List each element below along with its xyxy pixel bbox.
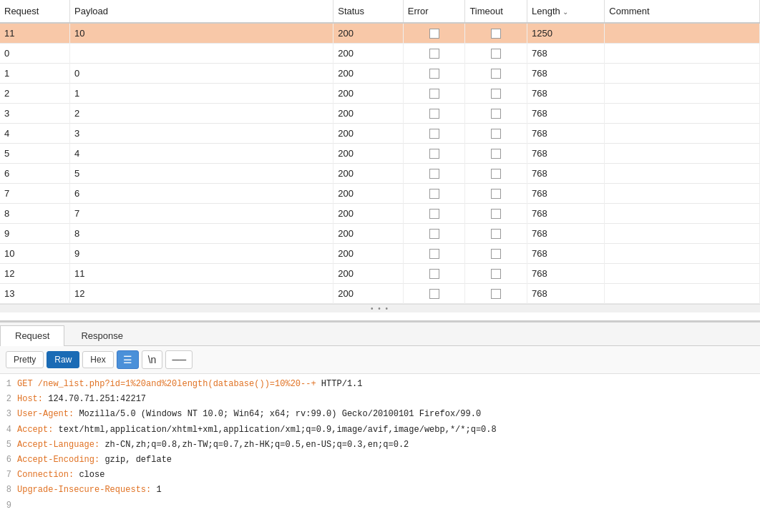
- cell-error: [403, 144, 465, 164]
- timeout-checkbox[interactable]: [491, 269, 501, 279]
- timeout-checkbox[interactable]: [491, 209, 501, 219]
- tab-request[interactable]: Request: [0, 325, 64, 346]
- cell-request: 12: [0, 264, 69, 284]
- timeout-checkbox[interactable]: [491, 189, 501, 199]
- error-checkbox[interactable]: [429, 189, 439, 199]
- cell-error: [403, 64, 465, 84]
- timeout-checkbox[interactable]: [491, 249, 501, 259]
- table-row[interactable]: 54200768: [0, 144, 760, 164]
- code-line: 2Host: 124.70.71.251:42217: [0, 392, 760, 407]
- error-checkbox[interactable]: [429, 89, 439, 99]
- timeout-checkbox[interactable]: [491, 229, 501, 239]
- cell-error: [403, 44, 465, 64]
- line-number: 9: [0, 499, 17, 513]
- timeout-checkbox[interactable]: [491, 69, 501, 79]
- lines-icon-button[interactable]: ☰: [117, 350, 139, 369]
- error-checkbox[interactable]: [429, 249, 439, 259]
- timeout-checkbox[interactable]: [491, 89, 501, 99]
- cell-error: [403, 284, 465, 304]
- horizontal-scrollbar[interactable]: • • •: [0, 304, 760, 312]
- pretty-button[interactable]: Pretty: [6, 351, 44, 368]
- col-header-status[interactable]: Status: [333, 0, 403, 23]
- cell-error: [403, 184, 465, 204]
- error-checkbox[interactable]: [429, 29, 439, 39]
- timeout-checkbox[interactable]: [491, 169, 501, 179]
- error-checkbox[interactable]: [429, 229, 439, 239]
- cell-comment: [605, 264, 760, 284]
- line-content: Accept-Language: zh-CN,zh;q=0.8,zh-TW;q=…: [17, 438, 414, 452]
- cell-length: 768: [527, 44, 605, 64]
- cell-error: [403, 244, 465, 264]
- col-header-error[interactable]: Error: [403, 0, 465, 23]
- cell-status: 200: [333, 244, 403, 264]
- line-number: 4: [0, 423, 17, 437]
- menu-icon-button[interactable]: ──: [165, 350, 193, 369]
- error-checkbox[interactable]: [429, 49, 439, 59]
- table-row[interactable]: 98200768: [0, 224, 760, 244]
- cell-timeout: [465, 224, 527, 244]
- col-header-length[interactable]: Length ⌄: [527, 0, 605, 23]
- table-row[interactable]: 1312200768: [0, 284, 760, 304]
- table-row[interactable]: 11102001250: [0, 23, 760, 44]
- error-checkbox[interactable]: [429, 69, 439, 79]
- error-checkbox[interactable]: [429, 129, 439, 139]
- table-row[interactable]: 87200768: [0, 204, 760, 224]
- cell-comment: [605, 224, 760, 244]
- cell-length: 768: [527, 264, 605, 284]
- table-row[interactable]: 32200768: [0, 104, 760, 124]
- code-line: 5Accept-Language: zh-CN,zh;q=0.8,zh-TW;q…: [0, 438, 760, 453]
- col-header-timeout[interactable]: Timeout: [465, 0, 527, 23]
- table-row[interactable]: 43200768: [0, 124, 760, 144]
- timeout-checkbox[interactable]: [491, 129, 501, 139]
- cell-length: 768: [527, 224, 605, 244]
- code-area: 1GET /new_list.php?id=1%20and%20length(d…: [0, 374, 760, 529]
- error-checkbox[interactable]: [429, 209, 439, 219]
- cell-status: 200: [333, 204, 403, 224]
- code-line: 7Connection: close: [0, 468, 760, 483]
- timeout-checkbox[interactable]: [491, 49, 501, 59]
- cell-request: 13: [0, 284, 69, 304]
- cell-payload: 7: [69, 204, 333, 224]
- table-row[interactable]: 1211200768: [0, 264, 760, 284]
- error-checkbox[interactable]: [429, 109, 439, 119]
- line-number: 6: [0, 453, 17, 467]
- table-row[interactable]: 10200768: [0, 64, 760, 84]
- table-row[interactable]: 65200768: [0, 164, 760, 184]
- cell-request: 11: [0, 23, 69, 44]
- error-checkbox[interactable]: [429, 269, 439, 279]
- cell-length: 768: [527, 64, 605, 84]
- cell-error: [403, 264, 465, 284]
- code-line: 3User-Agent: Mozilla/5.0 (Windows NT 10.…: [0, 407, 760, 422]
- col-header-comment[interactable]: Comment: [605, 0, 760, 23]
- timeout-checkbox[interactable]: [491, 149, 501, 159]
- cell-length: 1250: [527, 23, 605, 44]
- table-row[interactable]: 0200768: [0, 44, 760, 64]
- newline-icon-button[interactable]: \n: [142, 350, 163, 369]
- cell-length: 768: [527, 84, 605, 104]
- timeout-checkbox[interactable]: [491, 109, 501, 119]
- cell-timeout: [465, 244, 527, 264]
- line-content: [17, 499, 23, 513]
- table-row[interactable]: 109200768: [0, 244, 760, 264]
- error-checkbox[interactable]: [429, 169, 439, 179]
- table-row[interactable]: 76200768: [0, 184, 760, 204]
- error-checkbox[interactable]: [429, 289, 439, 299]
- raw-button[interactable]: Raw: [47, 351, 79, 368]
- error-checkbox[interactable]: [429, 149, 439, 159]
- line-content: Host: 124.70.71.251:42217: [17, 393, 152, 406]
- tab-response[interactable]: Response: [66, 325, 138, 345]
- tabs-bar: Request Response: [0, 322, 760, 346]
- cell-timeout: [465, 84, 527, 104]
- cell-status: 200: [333, 144, 403, 164]
- timeout-checkbox[interactable]: [491, 289, 501, 299]
- col-header-payload[interactable]: Payload: [69, 0, 333, 23]
- cell-payload: 5: [69, 164, 333, 184]
- table-row[interactable]: 21200768: [0, 84, 760, 104]
- timeout-checkbox[interactable]: [491, 29, 501, 39]
- cell-timeout: [465, 184, 527, 204]
- cell-timeout: [465, 23, 527, 44]
- cell-comment: [605, 284, 760, 304]
- col-header-request[interactable]: Request: [0, 0, 69, 23]
- hex-button[interactable]: Hex: [82, 351, 113, 368]
- cell-comment: [605, 144, 760, 164]
